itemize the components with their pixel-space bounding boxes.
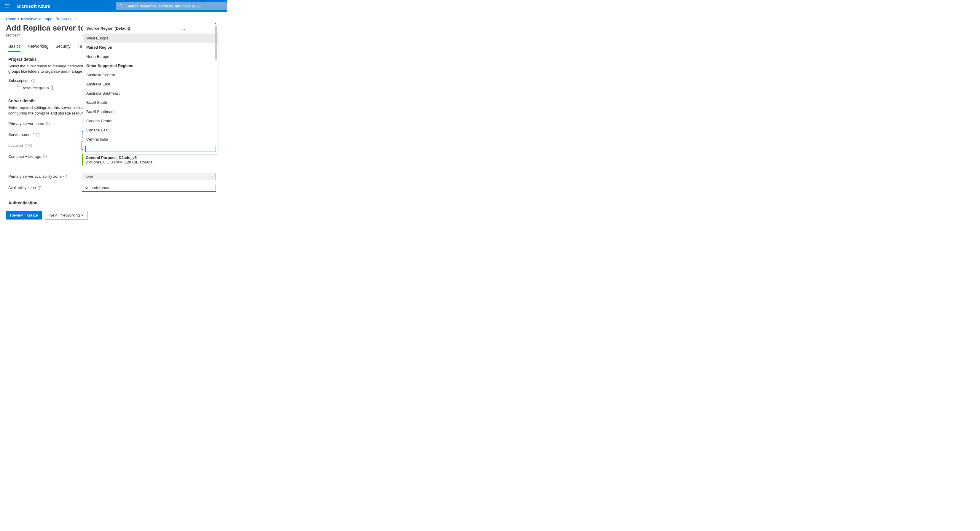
tab-basics[interactable]: Basics — [8, 44, 21, 52]
info-icon[interactable]: i — [64, 175, 67, 178]
tab-networking[interactable]: Networking — [27, 44, 48, 52]
info-icon[interactable]: i — [29, 144, 32, 147]
info-icon[interactable]: i — [51, 86, 54, 90]
breadcrumb: Home › mysqlrwesteurope | Replication › — [0, 12, 227, 24]
dropdown-scrollbar[interactable]: ▴ ▾ — [215, 24, 217, 144]
hamburger-menu-button[interactable] — [0, 0, 14, 12]
chevron-down-icon: ⌄ — [210, 174, 213, 178]
breadcrumb-resource[interactable]: mysqlrwesteurope | Replication — [21, 17, 75, 21]
dropdown-group-paired-region: Paired Region — [83, 43, 218, 52]
top-bar: Microsoft Azure Search resources, servic… — [0, 0, 227, 12]
svg-line-1 — [122, 7, 123, 8]
label-location: Location* i — [8, 143, 82, 148]
ellipsis-icon[interactable]: … — [181, 26, 185, 30]
dropdown-item[interactable]: Australia Southeast — [83, 89, 218, 98]
primary-availability-zone-select: none ⌄ — [82, 173, 216, 180]
dropdown-item-north-europe[interactable]: North Europe — [83, 52, 218, 61]
info-icon[interactable]: i — [38, 186, 41, 190]
dropdown-item[interactable]: Canada East — [83, 126, 218, 135]
compute-storage-summary: General Purpose, D2ads_v5 2 vCores, 8 Gi… — [82, 154, 216, 166]
svg-point-0 — [120, 5, 123, 7]
info-icon[interactable]: i — [32, 79, 35, 83]
dropdown-search — [83, 144, 218, 154]
label-server-name: Server name* i — [8, 132, 82, 137]
dropdown-item-west-europe[interactable]: West Europe — [83, 33, 218, 43]
dropdown-item[interactable]: Canada Central — [83, 116, 218, 126]
dropdown-group-source-region: Source Region (Default) … — [83, 23, 218, 33]
footer: Review + create Next : Networking > — [0, 208, 227, 222]
label-availability-zone: Availability zone i — [8, 185, 82, 190]
label-compute-storage: Compute + storage i — [8, 154, 82, 159]
location-dropdown-panel: Source Region (Default) … West Europe Pa… — [83, 23, 218, 154]
dropdown-item[interactable]: Brazil Southeast — [83, 107, 218, 116]
search-placeholder: Search resources, services, and docs (G+… — [126, 4, 200, 8]
section-authentication-title: Authentication — [8, 201, 218, 205]
dropdown-group-other-regions: Other Supported Regions — [83, 61, 218, 70]
dropdown-item[interactable]: Brazil South — [83, 98, 218, 107]
chevron-down-icon: ⌄ — [210, 186, 213, 190]
dropdown-item[interactable]: Australia East — [83, 80, 218, 89]
dropdown-search-input[interactable] — [85, 146, 216, 152]
info-icon[interactable]: i — [46, 122, 49, 125]
dropdown-item[interactable]: Australia Central — [83, 70, 218, 80]
tab-security[interactable]: Security — [56, 44, 71, 52]
dropdown-item[interactable]: Central India — [83, 135, 218, 144]
next-networking-button[interactable]: Next : Networking > — [45, 211, 88, 220]
breadcrumb-home[interactable]: Home — [6, 17, 16, 21]
global-search-input[interactable]: Search resources, services, and docs (G+… — [116, 2, 227, 10]
tab-tags[interactable]: Ta — [78, 44, 82, 52]
availability-zone-select[interactable]: No preference ⌄ — [82, 184, 216, 191]
label-resource-group: Resource group i — [8, 86, 82, 90]
label-primary-availability-zone: Primary server availability zone i — [8, 174, 82, 179]
search-icon — [119, 4, 123, 8]
info-icon[interactable]: i — [36, 133, 40, 136]
chevron-right-icon: › — [18, 17, 19, 21]
scroll-up-icon[interactable]: ▴ — [215, 23, 216, 24]
chevron-right-icon: › — [76, 17, 77, 21]
label-primary-server-name: Primary server name i — [8, 121, 82, 126]
brand-label: Microsoft Azure — [14, 3, 50, 9]
info-icon[interactable]: i — [43, 155, 46, 158]
review-create-button[interactable]: Review + create — [6, 211, 42, 220]
